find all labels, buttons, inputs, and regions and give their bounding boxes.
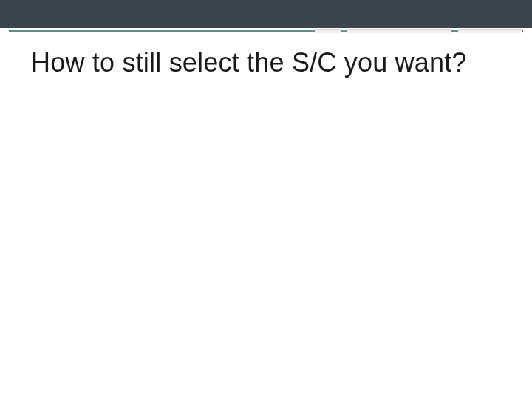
slide-title: How to still select the S/C you want? — [0, 34, 532, 78]
divider-segment — [458, 29, 522, 33]
header-bar — [0, 0, 532, 28]
divider-segment — [315, 29, 341, 33]
divider-segment — [347, 29, 451, 33]
divider-rule — [0, 28, 532, 34]
